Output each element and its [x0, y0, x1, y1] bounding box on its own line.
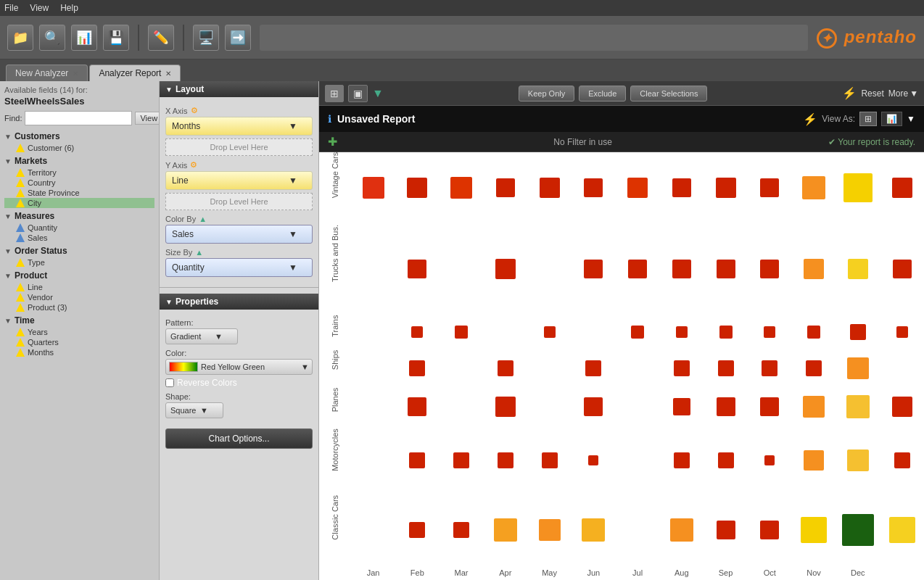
- x-axis-select[interactable]: Months ▼: [165, 117, 313, 136]
- bubble-marker[interactable]: [846, 395, 870, 418]
- bubble-marker[interactable]: [803, 396, 825, 418]
- chart-cell[interactable]: [792, 495, 836, 566]
- grid-view-icon[interactable]: ⊞: [859, 112, 877, 126]
- chart-cell[interactable]: [395, 350, 440, 388]
- bubble-marker[interactable]: [804, 450, 824, 471]
- bubble-marker[interactable]: [588, 455, 598, 465]
- field-product[interactable]: Product (3): [4, 302, 154, 312]
- chart-cell[interactable]: [880, 315, 924, 350]
- section-time-header[interactable]: ▼ Time: [4, 314, 154, 327]
- chart-cell[interactable]: [440, 350, 484, 388]
- chart-cell[interactable]: [704, 315, 748, 350]
- chart-cell[interactable]: [616, 315, 660, 350]
- bubble-marker[interactable]: [806, 360, 822, 376]
- chart-cell[interactable]: [880, 388, 924, 428]
- bubble-marker[interactable]: [804, 259, 824, 279]
- bubble-marker[interactable]: [717, 521, 735, 539]
- bubble-marker[interactable]: [584, 397, 603, 416]
- chart-cell[interactable]: [527, 428, 572, 496]
- exclude-button[interactable]: Exclude: [579, 86, 626, 102]
- chart-cell[interactable]: [659, 315, 704, 350]
- bubble-marker[interactable]: [407, 178, 427, 198]
- bubble-marker[interactable]: [764, 326, 775, 338]
- view-button[interactable]: View ▼: [135, 112, 160, 125]
- chart-cell[interactable]: [440, 315, 484, 350]
- chart-cell[interactable]: [616, 350, 660, 388]
- chart-cell[interactable]: [572, 428, 616, 496]
- chart-cell[interactable]: [395, 495, 440, 566]
- find-input[interactable]: [25, 111, 132, 125]
- chart-cell[interactable]: [395, 225, 440, 315]
- y-axis-drop-zone[interactable]: Drop Level Here: [165, 193, 313, 210]
- bubble-marker[interactable]: [717, 397, 735, 416]
- chart-cell[interactable]: [351, 350, 395, 388]
- bubble-marker[interactable]: [673, 398, 690, 415]
- pattern-select[interactable]: Gradient ▼: [165, 328, 238, 344]
- chart-cell[interactable]: [659, 388, 704, 428]
- chart-cell[interactable]: [351, 315, 395, 350]
- bubble-marker[interactable]: [674, 452, 690, 468]
- field-type[interactable]: Type: [4, 257, 154, 268]
- chart-cell[interactable]: [880, 152, 924, 225]
- toolbar-export[interactable]: ➡️: [225, 25, 251, 51]
- bubble-marker[interactable]: [719, 326, 733, 339]
- bubble-marker[interactable]: [842, 514, 874, 546]
- field-quantity[interactable]: Quantity: [4, 223, 154, 233]
- bubble-marker[interactable]: [674, 360, 690, 376]
- reset-button[interactable]: Reset: [861, 88, 883, 99]
- view-as-dropdown-icon[interactable]: ▼: [907, 114, 915, 124]
- chart-cell[interactable]: [748, 350, 792, 388]
- tab-new-analyzer-close[interactable]: ✕: [73, 70, 78, 78]
- bubble-marker[interactable]: [760, 521, 779, 539]
- bubble-marker[interactable]: [764, 455, 775, 465]
- chart-cell[interactable]: [483, 388, 527, 428]
- clear-selections-button[interactable]: Clear Selections: [630, 86, 707, 102]
- bubble-marker[interactable]: [894, 452, 910, 468]
- chart-cell[interactable]: [836, 388, 880, 428]
- chart-cell[interactable]: [572, 225, 616, 315]
- chart-cell[interactable]: [836, 152, 880, 225]
- section-markets-header[interactable]: ▼ Markets: [4, 154, 154, 167]
- chart-cell[interactable]: [616, 225, 660, 315]
- section-measures-header[interactable]: ▼ Measures: [4, 210, 154, 223]
- bubble-marker[interactable]: [628, 260, 647, 278]
- chart-cell[interactable]: [527, 225, 572, 315]
- bubble-marker[interactable]: [843, 173, 873, 202]
- chart-cell[interactable]: [659, 225, 704, 315]
- toolbar-monitor[interactable]: 🖥️: [193, 25, 219, 51]
- chart-cell[interactable]: [659, 350, 704, 388]
- filter-add-button[interactable]: ✚: [328, 135, 337, 149]
- bubble-marker[interactable]: [896, 326, 908, 338]
- chart-cell[interactable]: [792, 225, 836, 315]
- chart-cell[interactable]: [748, 225, 792, 315]
- table-view-button[interactable]: ⊞: [325, 85, 344, 102]
- layout-section-header[interactable]: ▼ Layout: [160, 81, 318, 97]
- filter-icon[interactable]: ▼: [372, 87, 384, 100]
- chart-cell[interactable]: [659, 428, 704, 496]
- field-state-province[interactable]: State Province: [4, 188, 154, 198]
- toolbar-chart[interactable]: 📊: [71, 25, 97, 51]
- color-by-select[interactable]: Sales ▼: [165, 225, 313, 244]
- chart-cell[interactable]: [836, 350, 880, 388]
- bubble-marker[interactable]: [455, 326, 468, 339]
- chart-cell[interactable]: [351, 428, 395, 496]
- more-button[interactable]: More ▼: [888, 88, 918, 99]
- chart-cell[interactable]: [748, 428, 792, 496]
- bubble-marker[interactable]: [496, 178, 515, 197]
- bubble-marker[interactable]: [672, 178, 691, 197]
- bubble-marker[interactable]: [542, 452, 558, 468]
- bubble-marker[interactable]: [892, 397, 912, 417]
- tab-analyzer-report[interactable]: Analyzer Report ✕: [89, 65, 181, 81]
- bubble-marker[interactable]: [409, 360, 425, 376]
- bubble-marker[interactable]: [582, 518, 605, 542]
- bubble-marker[interactable]: [584, 178, 603, 197]
- bubble-marker[interactable]: [411, 326, 423, 338]
- chart-cell[interactable]: [792, 428, 836, 496]
- bubble-marker[interactable]: [762, 360, 777, 376]
- bubble-marker[interactable]: [850, 324, 866, 340]
- chart-cell[interactable]: [704, 350, 748, 388]
- chart-view-icon[interactable]: 📊: [881, 112, 902, 126]
- field-city[interactable]: City: [4, 198, 154, 208]
- chart-cell[interactable]: [351, 225, 395, 315]
- chart-cell[interactable]: [440, 495, 484, 566]
